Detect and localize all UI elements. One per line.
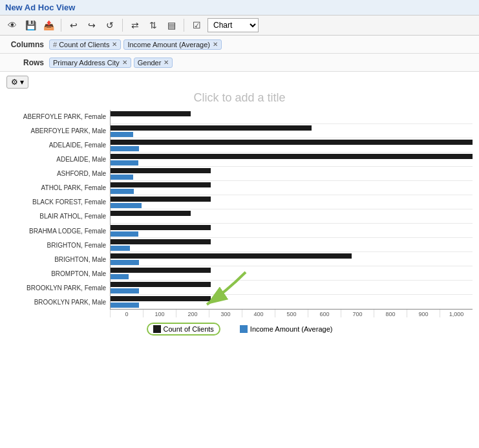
- income-bar-wrapper: [111, 160, 473, 165]
- gear-icon: ⚙: [11, 78, 18, 87]
- chart-container: ABERFOYLE PARK, FemaleABERFOYLE PARK, Ma…: [13, 110, 473, 336]
- count-bar-wrapper: [111, 111, 473, 116]
- income-bar-wrapper: [111, 145, 473, 151]
- row-city-text: Primary Address City: [53, 59, 120, 67]
- income-bar-wrapper: [111, 188, 473, 194]
- income-bar: [111, 246, 130, 251]
- income-swatch: [240, 325, 248, 333]
- income-bar: [111, 303, 139, 308]
- refresh-icon[interactable]: ↺: [103, 18, 117, 32]
- x-tick: 100: [143, 310, 176, 317]
- legend-income: Income Amount (Average): [233, 323, 339, 336]
- count-bar: [111, 125, 312, 131]
- bar-row: [111, 238, 473, 252]
- export-icon[interactable]: 📤: [41, 18, 56, 32]
- gear-button[interactable]: ⚙ ▾: [6, 76, 28, 89]
- count-bar-wrapper: [111, 196, 473, 202]
- row-gender-close[interactable]: ✕: [164, 59, 169, 66]
- income-bar-wrapper: [111, 231, 473, 237]
- bar-row: [111, 252, 473, 266]
- income-bar-wrapper: [111, 259, 473, 265]
- undo-icon[interactable]: ↩: [67, 18, 81, 32]
- row-tag-gender: Gender ✕: [134, 58, 173, 68]
- count-swatch: [153, 325, 161, 333]
- x-tick: 600: [308, 310, 341, 317]
- income-bar-wrapper: [111, 174, 473, 180]
- income-bar: [111, 288, 139, 293]
- income-bar: [111, 203, 142, 208]
- income-bar-wrapper: [111, 202, 473, 208]
- bar-row: [111, 209, 473, 224]
- x-tick: 800: [374, 310, 407, 317]
- row-gender-text: Gender: [138, 59, 162, 67]
- count-bar-wrapper: [111, 182, 473, 187]
- bar-row: [111, 153, 473, 167]
- count-bar-wrapper: [111, 267, 473, 273]
- count-bar-wrapper: [111, 153, 473, 159]
- count-bar: [111, 140, 473, 145]
- y-label: ADELAIDE, Female: [13, 141, 106, 150]
- table-icon[interactable]: ▤: [164, 18, 178, 32]
- bars-area: [110, 110, 473, 310]
- bar-row: [111, 124, 473, 138]
- check-icon[interactable]: ☑: [189, 18, 204, 32]
- chart-type-select[interactable]: Chart Table Crosstab: [208, 18, 259, 32]
- x-tick: 0: [110, 310, 143, 317]
- y-label: BROMPTON, Male: [13, 270, 106, 279]
- income-bar: [111, 132, 133, 137]
- income-bar: [111, 160, 138, 165]
- income-bar: [111, 260, 139, 265]
- y-label: BRAHMA LODGE, Female: [13, 227, 106, 236]
- y-label: ABERFOYLE PARK, Female: [13, 112, 106, 122]
- rows-row: Rows Primary Address City ✕ Gender ✕: [0, 54, 479, 72]
- chart-area: ⚙ ▾ Click to add a title ABERFOYLE PARK,…: [0, 72, 479, 342]
- rows-label: Rows: [5, 58, 44, 67]
- x-tick: 900: [407, 310, 440, 317]
- column-count-close[interactable]: ✕: [112, 41, 117, 48]
- count-bar: [111, 253, 352, 259]
- count-bar-wrapper: [111, 253, 473, 259]
- title-bar: New Ad Hoc View: [0, 0, 479, 16]
- y-label: BRIGHTON, Female: [13, 241, 106, 250]
- y-labels: ABERFOYLE PARK, FemaleABERFOYLE PARK, Ma…: [13, 110, 110, 310]
- bar-row: [111, 295, 473, 309]
- gear-dropdown-icon: ▾: [20, 78, 24, 87]
- bar-row: [111, 195, 473, 209]
- view-icon[interactable]: 👁: [5, 18, 19, 32]
- redo-icon[interactable]: ↪: [85, 18, 99, 32]
- count-bar-wrapper: [111, 295, 473, 301]
- income-bar: [111, 231, 138, 237]
- count-bar-wrapper: [111, 210, 473, 216]
- y-label: ATHOL PARK, Female: [13, 184, 106, 193]
- separator-2: [122, 19, 123, 32]
- sort-icon[interactable]: ⇅: [146, 18, 160, 32]
- columns-label: Columns: [5, 40, 44, 49]
- income-bar-wrapper: [111, 245, 473, 251]
- row-city-close[interactable]: ✕: [122, 59, 127, 66]
- switch-icon[interactable]: ⇄: [128, 18, 142, 32]
- bar-row: [111, 167, 473, 181]
- row-tag-city: Primary Address City ✕: [49, 58, 131, 68]
- count-bar-wrapper: [111, 167, 473, 173]
- bar-row: [111, 281, 473, 295]
- income-bar: [111, 274, 129, 279]
- column-income-text: Income Amount (Average): [127, 41, 210, 48]
- y-label: BROOKLYN PARK, Male: [13, 298, 106, 307]
- income-bar: [111, 189, 134, 194]
- count-bar: [111, 211, 191, 216]
- save-icon[interactable]: 💾: [23, 18, 37, 32]
- income-bar-wrapper: [111, 217, 473, 222]
- x-tick: 1,000: [440, 310, 473, 317]
- column-income-close[interactable]: ✕: [213, 41, 218, 48]
- y-label: BLAIR ATHOL, Female: [13, 212, 106, 221]
- chart-title[interactable]: Click to add a title: [6, 91, 473, 105]
- count-bar: [111, 154, 473, 159]
- count-bar: [111, 197, 211, 202]
- income-bar: [111, 175, 133, 180]
- separator-3: [184, 19, 184, 32]
- column-tag-count: # Count of Clients ✕: [49, 39, 121, 50]
- y-label: BLACK FOREST, Female: [13, 198, 106, 207]
- column-tag-income: Income Amount (Average) ✕: [123, 39, 222, 50]
- hash-icon: #: [53, 41, 57, 48]
- count-bar-wrapper: [111, 139, 473, 145]
